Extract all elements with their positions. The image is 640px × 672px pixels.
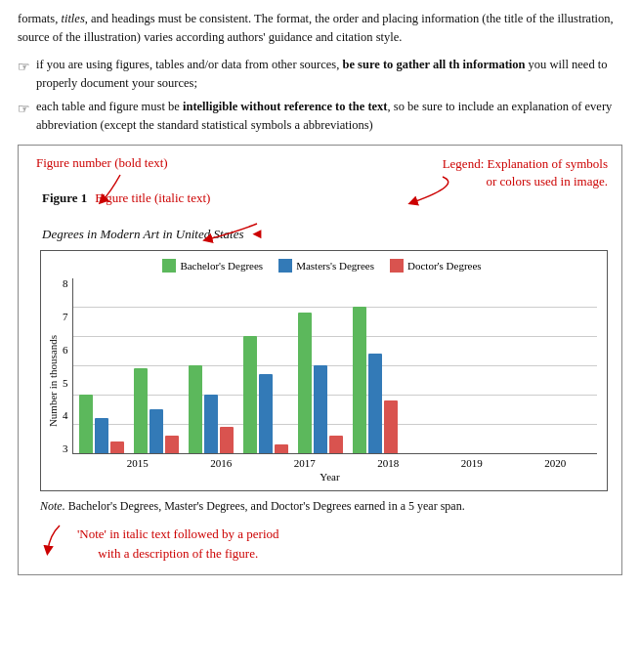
bar-doctor-2016 xyxy=(165,436,179,453)
figure-subtitle-text: Degrees in Modern Art in United States xyxy=(42,227,244,242)
annotation-area: Figure number (bold text) Legend: xyxy=(32,155,608,222)
annotation-legend-text: Legend: Explanation of symbolsor colors … xyxy=(443,155,608,190)
bar-group-2019 xyxy=(298,313,343,453)
figure-box-label: Figure 1 xyxy=(42,190,87,206)
subtitle-right-arrow: ◄ xyxy=(250,226,265,242)
bar-masters-2017 xyxy=(204,395,218,453)
legend-label-doctor: Doctor's Degrees xyxy=(407,260,482,272)
bullet-text-2: each table and figure must be intelligib… xyxy=(36,98,622,136)
bar-masters-2015 xyxy=(95,418,108,453)
legend-swatch-doctor xyxy=(390,259,404,273)
bar-group-2015 xyxy=(79,395,124,453)
bar-group-2020 xyxy=(353,307,398,453)
bar-doctor-2019 xyxy=(329,436,343,453)
bars-and-yaxis: 3 4 5 6 7 8 xyxy=(63,278,597,454)
bar-doctor-2018 xyxy=(275,444,288,453)
x-labels: 2015 2016 2017 2018 2019 2020 xyxy=(63,457,597,469)
legend-item-doctor: Doctor's Degrees xyxy=(390,259,482,273)
bar-group-2018 xyxy=(243,336,288,453)
page: formats, titles, and headings must be co… xyxy=(0,0,640,585)
bar-group-2017 xyxy=(189,365,234,453)
legend-label-bachelor: Bachelor's Degrees xyxy=(180,260,263,272)
x-label-2019: 2019 xyxy=(461,457,483,469)
x-label-2020: 2020 xyxy=(544,457,566,469)
note-body: Bachelor's Degrees, Master's Degrees, an… xyxy=(65,499,465,513)
note-annotation-area: 'Note' in italic text followed by a peri… xyxy=(40,521,608,563)
bar-group-2016 xyxy=(134,368,179,453)
figure-title-annotation: Figure title (italic text) xyxy=(95,190,210,206)
legend-item-masters: Masters's Degrees xyxy=(278,259,374,273)
bullet-item-2: ☞ each table and figure must be intellig… xyxy=(18,98,622,136)
y-tick-4: 4 xyxy=(63,410,68,421)
x-axis-title: Year xyxy=(63,471,597,483)
figure-subtitle: Degrees in Modern Art in United States ◄ xyxy=(42,226,608,242)
y-axis-label: Number in thousands xyxy=(47,335,59,427)
note-annotation-text: 'Note' in italic text followed by a peri… xyxy=(77,525,279,563)
y-tick-7: 7 xyxy=(63,312,68,322)
top-paragraph: formats, titles, and headings must be co… xyxy=(18,10,622,48)
chart-inner: 3 4 5 6 7 8 xyxy=(63,278,597,483)
x-label-2018: 2018 xyxy=(377,457,399,469)
y-tick-5: 5 xyxy=(63,378,68,389)
y-tick-6: 6 xyxy=(63,345,68,356)
bullet-arrow-1: ☞ xyxy=(18,57,30,78)
bar-doctor-2015 xyxy=(110,441,124,453)
bar-bachelor-2017 xyxy=(189,365,202,453)
note-text-block: Note. Bachelor's Degrees, Master's Degre… xyxy=(40,497,465,515)
bars-area xyxy=(72,278,598,454)
chart-container: Bachelor's Degrees Masters's Degrees Doc… xyxy=(40,250,608,491)
bar-bachelor-2015 xyxy=(79,395,93,453)
figure-box: Figure number (bold text) Legend: xyxy=(18,145,622,575)
y-tick-3: 3 xyxy=(63,443,68,454)
chart-legend: Bachelor's Degrees Masters's Degrees Doc… xyxy=(47,259,597,273)
x-label-2017: 2017 xyxy=(294,457,316,469)
chart-body: Number in thousands 3 4 5 6 7 8 xyxy=(47,278,597,483)
y-tick-8: 8 xyxy=(63,278,68,289)
bullet-arrow-2: ☞ xyxy=(18,99,30,120)
bar-bachelor-2019 xyxy=(298,313,312,453)
figure-note-area: Note. Bachelor's Degrees, Master's Degre… xyxy=(40,497,608,515)
bar-masters-2016 xyxy=(149,409,163,453)
legend-swatch-bachelor xyxy=(162,259,176,273)
x-label-2016: 2016 xyxy=(210,457,232,469)
bar-bachelor-2018 xyxy=(243,336,257,453)
annotation-figure-number: Figure number (bold text) xyxy=(36,155,168,171)
bullet-item-1: ☞ if you are using figures, tables and/o… xyxy=(18,56,622,94)
bar-doctor-2020 xyxy=(384,400,398,453)
bullet-text-1: if you are using figures, tables and/or … xyxy=(36,56,622,94)
bar-masters-2019 xyxy=(314,365,327,453)
figure-note-text: Note. Bachelor's Degrees, Master's Degre… xyxy=(40,497,465,515)
legend-label-masters: Masters's Degrees xyxy=(296,260,374,272)
bar-bachelor-2020 xyxy=(353,307,366,453)
figure-title-row: Figure 1 Figure title (italic text) xyxy=(42,190,210,206)
bullet-list: ☞ if you are using figures, tables and/o… xyxy=(18,56,622,136)
bar-masters-2020 xyxy=(368,354,382,453)
bar-bachelor-2016 xyxy=(134,368,148,453)
legend-item-bachelor: Bachelor's Degrees xyxy=(162,259,263,273)
x-label-2015: 2015 xyxy=(127,457,149,469)
bar-masters-2018 xyxy=(259,374,273,453)
legend-swatch-masters xyxy=(278,259,292,273)
bar-doctor-2017 xyxy=(220,427,234,453)
y-ticks: 3 4 5 6 7 8 xyxy=(63,278,68,454)
note-arrow-svg xyxy=(40,521,69,560)
